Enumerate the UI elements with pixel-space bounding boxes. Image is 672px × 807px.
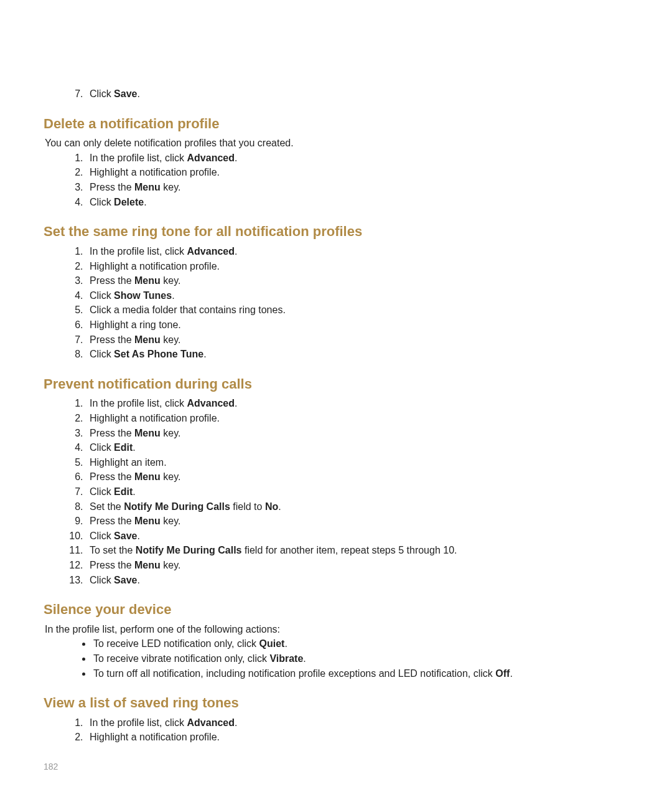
list-item: Highlight a notification profile. — [86, 730, 628, 744]
list-item: Press the Menu key. — [86, 559, 628, 572]
list-item: Click Set As Phone Tune. — [86, 347, 628, 361]
list-item: To receive vibrate notification only, cl… — [92, 652, 628, 666]
list-item: Highlight a ring tone. — [86, 318, 628, 332]
heading-delete-profile: Delete a notification profile — [44, 115, 628, 133]
list-item: Press the Menu key. — [86, 427, 628, 440]
list-item: Click Save. — [86, 87, 628, 101]
intro-text: You can only delete notification profile… — [45, 136, 628, 150]
list-item: To turn off all notification, including … — [92, 667, 628, 681]
list-item: In the profile list, click Advanced. — [86, 716, 628, 730]
list-item: Click a media folder that contains ring … — [86, 303, 628, 317]
list-item: Highlight a notification profile. — [86, 260, 628, 273]
silence-device-options: To receive LED notification only, click … — [44, 637, 628, 680]
list-item: Press the Menu key. — [86, 181, 628, 194]
list-item: Highlight a notification profile. — [86, 166, 628, 179]
heading-view-ringtones: View a list of saved ring tones — [44, 694, 628, 712]
view-ringtones-steps: In the profile list, click Advanced. Hig… — [44, 716, 628, 744]
prevent-notification-steps: In the profile list, click Advanced. Hig… — [44, 397, 628, 587]
same-ringtone-steps: In the profile list, click Advanced. Hig… — [44, 245, 628, 361]
list-item: In the profile list, click Advanced. — [86, 397, 628, 410]
top-continuation-list: Click Save. — [44, 87, 628, 101]
list-item: Click Save. — [86, 529, 628, 543]
list-item: Highlight an item. — [86, 456, 628, 470]
list-item: Press the Menu key. — [86, 470, 628, 484]
list-item: In the profile list, click Advanced. — [86, 151, 628, 165]
list-item: Press the Menu key. — [86, 274, 628, 288]
list-item: Click Save. — [86, 573, 628, 587]
list-item: Press the Menu key. — [86, 333, 628, 347]
intro-text: In the profile list, perform one of the … — [45, 623, 628, 636]
list-item: Click Edit. — [86, 441, 628, 455]
list-item: Click Show Tunes. — [86, 289, 628, 303]
heading-same-ringtone: Set the same ring tone for all notificat… — [44, 222, 628, 241]
list-item: To set the Notify Me During Calls field … — [86, 544, 628, 557]
heading-prevent-notification: Prevent notification during calls — [44, 375, 628, 394]
list-item: To receive LED notification only, click … — [92, 637, 628, 651]
list-item: Press the Menu key. — [86, 514, 628, 528]
heading-silence-device: Silence your device — [44, 600, 628, 619]
list-item: Click Edit. — [86, 485, 628, 499]
list-item: Click Delete. — [86, 196, 628, 209]
delete-profile-steps: In the profile list, click Advanced. Hig… — [44, 151, 628, 209]
document-content: Click Save. Delete a notification profil… — [44, 87, 628, 744]
list-item: Set the Notify Me During Calls field to … — [86, 500, 628, 514]
list-item: Highlight a notification profile. — [86, 412, 628, 425]
list-item: In the profile list, click Advanced. — [86, 245, 628, 258]
page-number: 182 — [44, 761, 58, 773]
